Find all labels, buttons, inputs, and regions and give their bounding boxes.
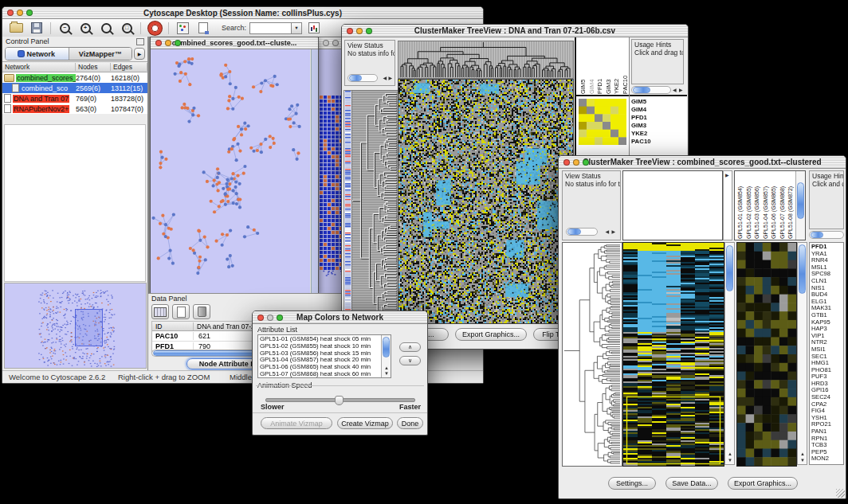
- birdseye-navigator[interactable]: [4, 283, 147, 369]
- chevron-down-icon[interactable]: ▼: [291, 23, 301, 33]
- scroll-up-arrow[interactable]: ▲: [384, 365, 389, 370]
- scroll-down-arrow[interactable]: ▼: [728, 458, 732, 463]
- tv2-export-graphics-button[interactable]: Export Graphics...: [728, 477, 798, 490]
- open-session-button[interactable]: [7, 21, 25, 35]
- scrollbar-thumb[interactable]: [349, 75, 362, 81]
- attribute-listbox[interactable]: GPL51-01 (GSM854) heat shock 05 minGPL51…: [257, 334, 391, 378]
- tv2-settings-button[interactable]: Settings...: [608, 477, 656, 490]
- tv2-top-scroll-strip[interactable]: ▶: [723, 170, 732, 240]
- zoom-out-button[interactable]: −: [56, 21, 73, 35]
- scrollbar-thumb[interactable]: [797, 182, 804, 219]
- zoom-fit-button[interactable]: □: [118, 21, 135, 35]
- tv1-titlebar[interactable]: ClusterMaker TreeView : DNA and Tran 07-…: [342, 25, 688, 37]
- gene-list-item[interactable]: GIM5: [630, 98, 687, 106]
- network-window1-titlebar[interactable]: combined_scores_good.txt--cluste...: [151, 37, 318, 49]
- network-overview-button[interactable]: [174, 21, 191, 35]
- zoom-button[interactable]: [366, 28, 372, 34]
- scrollbar-thumb[interactable]: [567, 229, 581, 235]
- scrollbar-thumb[interactable]: [633, 87, 650, 93]
- tab-overflow-button[interactable]: ▶: [134, 48, 145, 60]
- tv1-zoom-heatmap[interactable]: [579, 99, 626, 145]
- create-vizmap-button[interactable]: Create Vizmap: [337, 417, 393, 429]
- new-attribute-button[interactable]: [172, 304, 190, 319]
- scroll-right-arrow[interactable]: ▶: [679, 88, 683, 92]
- scroll-down-arrow[interactable]: ▼: [384, 371, 389, 376]
- tv1-left-dendrogram[interactable]: [351, 90, 398, 324]
- tv1-hints-hscrollbar[interactable]: [631, 86, 671, 94]
- attribute-list-item[interactable]: GPL51-07 (GSM868) heat shock 60 min: [258, 371, 391, 378]
- main-titlebar[interactable]: Cytoscape Desktop (Session Name: collins…: [2, 7, 483, 19]
- minimize-button[interactable]: [573, 159, 579, 166]
- close-button[interactable]: [323, 40, 329, 46]
- close-button[interactable]: [347, 28, 353, 34]
- resize-grip[interactable]: [836, 489, 845, 498]
- save-session-button[interactable]: [28, 21, 45, 35]
- gene-list-item[interactable]: PFD1: [630, 114, 687, 122]
- zoom-button[interactable]: [175, 40, 181, 46]
- delete-attribute-button[interactable]: [193, 304, 210, 319]
- minimize-button[interactable]: [165, 40, 171, 46]
- search-input[interactable]: ▼: [249, 22, 302, 34]
- scrollbar-thumb[interactable]: [811, 232, 823, 238]
- chart-tool-button[interactable]: [305, 21, 323, 35]
- move-down-button[interactable]: ∨: [399, 356, 421, 365]
- tv2-save-data-button[interactable]: Save Data...: [665, 477, 718, 490]
- attribute-list-vscrollbar[interactable]: ▲ ▼: [381, 335, 391, 377]
- minimize-button[interactable]: [356, 28, 363, 34]
- scroll-up-arrow[interactable]: ▲: [728, 451, 732, 456]
- network-tree-row[interactable]: DNA and Tran 07769(0)183728(0): [2, 93, 147, 104]
- done-button[interactable]: Done: [397, 417, 423, 429]
- scroll-left-arrow[interactable]: ◀: [383, 76, 387, 80]
- tv2-zoom-heatmap[interactable]: [736, 242, 797, 467]
- float-panel-icon[interactable]: [136, 38, 144, 45]
- tv2-hints-hscrollbar[interactable]: [809, 231, 844, 239]
- gene-list-item[interactable]: GIM3: [630, 122, 687, 130]
- minimize-button[interactable]: [17, 10, 23, 16]
- tv2-heatmap[interactable]: [622, 242, 724, 467]
- scroll-up-arrow[interactable]: ▲: [800, 451, 805, 456]
- tab-vizmapper[interactable]: VizMapper™: [69, 48, 132, 60]
- zoom-button[interactable]: [583, 159, 589, 166]
- network-canvas[interactable]: [151, 49, 310, 293]
- tv2-heatmap-vscrollbar[interactable]: ▲ ▼: [724, 242, 735, 465]
- gene-list-item[interactable]: PAC10: [630, 138, 687, 146]
- zoom-button[interactable]: [277, 315, 283, 321]
- tv1-heatmap[interactable]: [398, 79, 574, 324]
- network-vscrollbar[interactable]: [311, 49, 318, 293]
- scroll-left-arrow[interactable]: ◀: [605, 229, 609, 234]
- scrollbar-thumb[interactable]: [383, 337, 390, 357]
- tv2-dendrogram[interactable]: [562, 242, 622, 467]
- network-tree-row[interactable]: RNAPuberNov2+563(0)107847(0): [2, 104, 147, 114]
- animation-speed-slider[interactable]: [265, 398, 415, 402]
- view-status-hscrollbar[interactable]: [347, 74, 378, 82]
- slider-thumb[interactable]: [335, 396, 344, 405]
- tv2-labels-vscrollbar[interactable]: [795, 171, 805, 240]
- network-tree-row[interactable]: combined_sco2569(6)13112(15): [2, 83, 147, 93]
- gene-list-item[interactable]: GIM4: [630, 106, 687, 114]
- minimize-button[interactable]: [332, 40, 339, 46]
- network-tree-row[interactable]: combined_scores_2764(0)16218(0): [2, 72, 147, 83]
- scroll-right-arrow[interactable]: ▶: [725, 173, 729, 178]
- dialog-titlebar[interactable]: Map Colors to Network: [253, 311, 427, 324]
- tv1-top-dendrogram[interactable]: [398, 41, 574, 79]
- zoom-in-button[interactable]: +: [77, 21, 94, 35]
- zoom-button[interactable]: [26, 10, 33, 16]
- scroll-right-arrow[interactable]: ▶: [388, 76, 392, 80]
- network-tree-empty-area[interactable]: [4, 124, 146, 282]
- view-status-hscrollbar[interactable]: [566, 228, 598, 236]
- tab-network[interactable]: Network: [6, 48, 69, 60]
- tv2-zoom-vscrollbar[interactable]: ▲ ▼: [797, 242, 807, 465]
- move-up-button[interactable]: ∧: [399, 342, 421, 352]
- gene-list-item[interactable]: MON2: [810, 455, 843, 463]
- tv2-titlebar[interactable]: ClusterMaker TreeView : combined_scores_…: [559, 156, 846, 169]
- attribute-table-button[interactable]: [151, 304, 169, 319]
- close-button[interactable]: [7, 10, 14, 16]
- tv1-export-graphics-button[interactable]: Export Graphics...: [455, 328, 527, 341]
- animate-vizmap-button[interactable]: Animate Vizmap: [261, 417, 332, 429]
- scroll-down-arrow[interactable]: ▼: [800, 458, 805, 463]
- scroll-right-arrow[interactable]: ▶: [611, 229, 615, 234]
- close-button[interactable]: [257, 315, 264, 321]
- close-button[interactable]: [563, 159, 570, 166]
- help-button[interactable]: [146, 21, 163, 35]
- scroll-left-arrow[interactable]: ◀: [673, 88, 677, 92]
